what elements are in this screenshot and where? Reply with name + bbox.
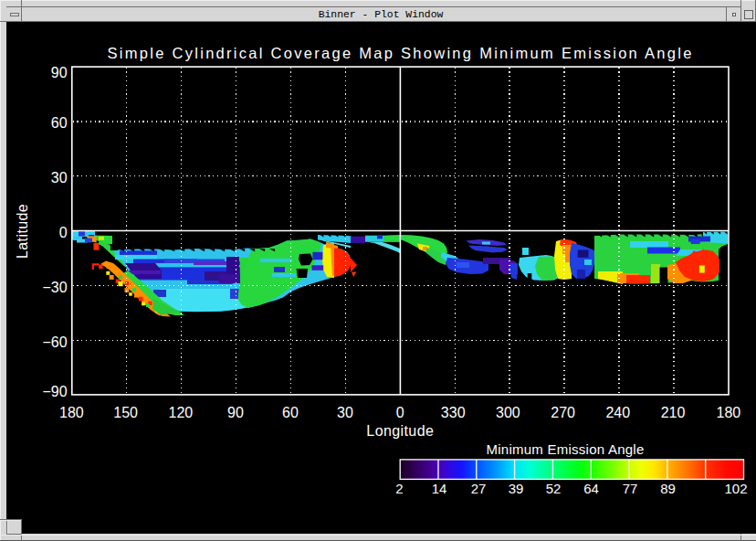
svg-text:102: 102 <box>724 481 747 496</box>
svg-text:Binner - Plot Window: Binner - Plot Window <box>319 9 444 20</box>
svg-text:90: 90 <box>227 405 244 420</box>
svg-text:180: 180 <box>59 405 84 420</box>
svg-text:30: 30 <box>51 170 68 186</box>
svg-text:30: 30 <box>337 405 353 420</box>
svg-text:300: 300 <box>496 405 520 420</box>
svg-text:−30: −30 <box>42 280 67 295</box>
svg-text:60: 60 <box>282 405 299 420</box>
svg-text:120: 120 <box>169 405 194 420</box>
svg-text:0: 0 <box>396 405 404 420</box>
svg-text:14: 14 <box>432 481 447 496</box>
svg-text:150: 150 <box>113 405 138 420</box>
svg-text:270: 270 <box>551 405 575 420</box>
svg-text:64: 64 <box>583 481 599 496</box>
svg-text:Simple Cylindrical Coverage Ma: Simple Cylindrical Coverage Map Showing … <box>108 45 694 61</box>
svg-text:90: 90 <box>51 65 68 80</box>
svg-text:210: 210 <box>661 405 686 420</box>
svg-text:Minimum Emission Angle: Minimum Emission Angle <box>486 441 644 457</box>
svg-text:330: 330 <box>441 405 466 420</box>
svg-text:180: 180 <box>717 405 741 420</box>
svg-text:−60: −60 <box>42 334 67 350</box>
svg-text:−90: −90 <box>42 384 67 399</box>
svg-text:60: 60 <box>51 115 68 131</box>
svg-text:89: 89 <box>660 481 676 496</box>
svg-text:52: 52 <box>546 481 562 496</box>
svg-text:39: 39 <box>509 481 524 496</box>
svg-text:77: 77 <box>623 481 638 496</box>
svg-text:2: 2 <box>395 481 403 496</box>
svg-text:240: 240 <box>605 405 630 420</box>
svg-text:Longitude: Longitude <box>366 423 434 439</box>
svg-text:27: 27 <box>471 481 487 496</box>
svg-text:Latitude: Latitude <box>16 204 31 259</box>
svg-text:0: 0 <box>59 225 68 240</box>
